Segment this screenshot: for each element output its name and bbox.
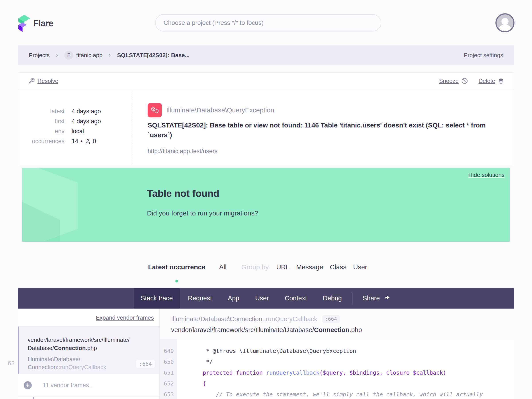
stat-label: latest xyxy=(18,108,64,115)
tab-app[interactable]: App xyxy=(220,288,247,309)
breadcrumb: Projects F titanic.app SQLSTATE[42S02]: … xyxy=(18,45,514,65)
stat-label: first xyxy=(18,118,64,125)
code-header-file-name: Connection xyxy=(314,326,349,333)
solutions-banner: Hide solutions Table not found Did you f… xyxy=(22,168,510,242)
chevron-right-icon xyxy=(107,53,112,58)
affected-users-count: 0 xyxy=(93,138,96,145)
code-header-path: vendor/laravel/framework/src/Illuminate/… xyxy=(171,326,514,334)
expand-vendor-frames-link[interactable]: Expand vendor frames xyxy=(96,314,154,321)
code-panel: Illuminate\Database\Connection::runQuery… xyxy=(160,309,514,399)
wrench-icon xyxy=(29,78,35,84)
code-line: 650 */ xyxy=(160,356,514,367)
chevron-right-icon xyxy=(55,53,59,58)
line-number: 653 xyxy=(160,391,177,398)
solution-title: Table not found xyxy=(147,188,219,199)
share-button[interactable]: Share xyxy=(355,295,398,302)
line-number: 650 xyxy=(160,359,177,365)
project-settings-link[interactable]: Project settings xyxy=(464,52,503,59)
line-number: 652 xyxy=(160,380,177,387)
share-icon xyxy=(383,295,390,302)
line-number: 651 xyxy=(160,369,177,376)
stat-label: env xyxy=(18,128,64,135)
error-card-body: latest 4 days ago first 4 days ago env l… xyxy=(18,89,514,165)
frame-file-path: vendor/laravel/framework/src/Illuminate/… xyxy=(28,336,130,352)
bullet-separator: • xyxy=(81,138,82,145)
project-badge: F xyxy=(64,51,73,60)
solution-description: Did you forget to run your migrations? xyxy=(147,209,258,217)
project-search-input[interactable] xyxy=(155,14,381,32)
vendor-frames-label: 11 vendor frames... xyxy=(43,382,94,389)
code-line: 651 protected function runQueryCallback(… xyxy=(160,367,514,378)
filter-group-by-label: Group by xyxy=(241,263,269,271)
error-message: SQLSTATE[42S02]: Base table or view not … xyxy=(148,120,499,140)
stack-panel-header: Expand vendor frames xyxy=(18,309,159,327)
nav-divider xyxy=(352,292,352,304)
occurrence-url-link[interactable]: http://titanic.app.test/users xyxy=(148,148,217,154)
error-card: Resolve Snooze Delete xyxy=(18,72,514,165)
breadcrumb-project-link[interactable]: titanic.app xyxy=(76,52,103,59)
frame-method: runQueryCallback xyxy=(60,364,106,370)
frame-class: Illuminate\Database\ Connection::runQuer… xyxy=(28,355,130,371)
breadcrumb-error-label: SQLSTATE[42S02]: Base... xyxy=(117,52,190,59)
tab-debug[interactable]: Debug xyxy=(315,288,350,309)
breadcrumb-projects-link[interactable]: Projects xyxy=(29,52,50,59)
stack-frames-panel: Expand vendor frames 62 vendor/laravel/f… xyxy=(18,309,160,399)
laravel-icon xyxy=(148,103,162,117)
tab-user[interactable]: User xyxy=(247,288,277,309)
flare-app: Flare Projects F titanic.app SQLSTATE[42… xyxy=(0,0,532,399)
tab-request[interactable]: Request xyxy=(180,288,220,309)
stacktrace-panels: Expand vendor frames 62 vendor/laravel/f… xyxy=(18,309,514,399)
stat-value: local xyxy=(72,128,84,135)
resolve-button[interactable]: Resolve xyxy=(29,78,58,84)
code-header-class: Illuminate\Database\Connection::runQuery… xyxy=(171,316,317,323)
user-icon xyxy=(85,139,91,144)
stat-value: 14 • 0 xyxy=(72,138,96,145)
brand-wordmark: Flare xyxy=(33,18,53,28)
code-panel-header: Illuminate\Database\Connection::runQuery… xyxy=(160,309,514,339)
flare-logo-icon xyxy=(18,14,30,32)
stack-frame-selected[interactable]: 62 vendor/laravel/framework/src/Illumina… xyxy=(18,327,159,374)
next-stack-frame-partial xyxy=(18,397,159,399)
stat-value: 4 days ago xyxy=(72,118,101,125)
vendor-frames-toggle[interactable]: + 11 vendor frames... xyxy=(18,374,159,397)
frame-accent-bar xyxy=(33,397,34,399)
occurrence-count: 14 xyxy=(72,138,78,145)
code-line: 649 * @throws \Illuminate\Database\Query… xyxy=(160,346,514,356)
frame-index: 62 xyxy=(8,360,15,367)
stat-row: env local xyxy=(18,128,132,135)
filter-tab-url[interactable]: URL xyxy=(276,263,290,271)
avatar-body-shape xyxy=(499,25,511,32)
frame-line-badge: :664 xyxy=(136,360,155,368)
plus-icon: + xyxy=(24,381,32,389)
stacktrace-nav: Stack trace Request App User Context Deb… xyxy=(18,288,514,309)
stat-label: occurrences xyxy=(18,138,64,145)
snooze-button[interactable]: Snooze xyxy=(439,78,468,84)
slash-icon xyxy=(461,78,468,84)
filter-tab-all[interactable]: All xyxy=(219,263,226,271)
filter-tab-latest-occurrence[interactable]: Latest occurrence xyxy=(148,263,205,271)
filter-tab-user[interactable]: User xyxy=(353,263,367,271)
brand[interactable]: Flare xyxy=(18,14,53,33)
exception-class: Illuminate\Database\QueryException xyxy=(166,106,274,114)
filter-tab-class[interactable]: Class xyxy=(330,263,347,271)
trash-icon xyxy=(498,78,504,84)
code-line: 653 // To execute the statement, we'll s… xyxy=(160,389,514,399)
filter-tab-message[interactable]: Message xyxy=(296,263,323,271)
frame-file-name: Connection xyxy=(54,345,86,351)
error-stats: latest 4 days ago first 4 days ago env l… xyxy=(18,89,132,165)
code-line: 652 { xyxy=(160,378,514,389)
code-header-line-badge: :664 xyxy=(322,315,340,323)
code-header-method: runQueryCallback xyxy=(266,316,317,323)
line-number: 649 xyxy=(160,348,177,354)
stat-row: latest 4 days ago xyxy=(18,108,132,115)
code-viewer[interactable]: 649 * @throws \Illuminate\Database\Query… xyxy=(160,339,514,399)
occurrence-filters: Latest occurrence All Group by URL Messa… xyxy=(148,263,367,271)
stat-row: occurrences 14 • 0 xyxy=(18,138,132,145)
active-tab-indicator-dot xyxy=(175,280,178,282)
tab-context[interactable]: Context xyxy=(277,288,315,309)
tab-stack-trace[interactable]: Stack trace xyxy=(134,288,180,309)
user-avatar[interactable] xyxy=(495,13,514,32)
hide-solutions-link[interactable]: Hide solutions xyxy=(468,171,505,178)
delete-button[interactable]: Delete xyxy=(479,78,504,84)
stat-row: first 4 days ago xyxy=(18,118,132,125)
